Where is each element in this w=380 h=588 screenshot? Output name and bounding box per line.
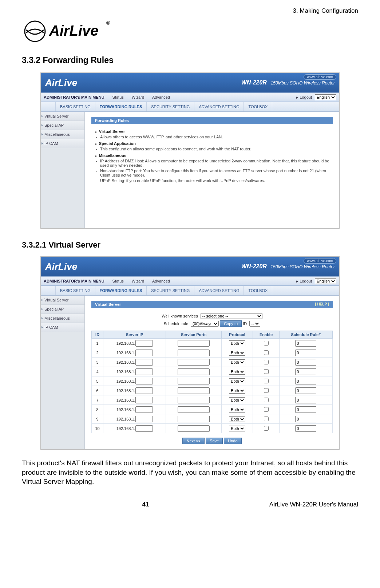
- server-ip-input[interactable]: [135, 387, 153, 394]
- tab-forwarding-rules[interactable]: FORWARDING RULES: [95, 286, 147, 295]
- tab-basic-setting[interactable]: BASIC SETTING: [55, 102, 95, 111]
- schedule-rule-input[interactable]: [295, 340, 316, 347]
- language-select[interactable]: English: [315, 94, 336, 100]
- protocol-select[interactable]: Both: [229, 378, 245, 384]
- menu-wizard[interactable]: Wizard: [132, 279, 144, 283]
- schedule-rule-input[interactable]: [295, 378, 316, 384]
- next-button[interactable]: Next >>: [182, 438, 205, 444]
- enable-checkbox[interactable]: [264, 426, 269, 431]
- menu-status[interactable]: Status: [112, 279, 124, 283]
- protocol-select[interactable]: Both: [229, 340, 245, 346]
- table-row: 8192.168.1.Both: [92, 405, 333, 414]
- enable-checkbox[interactable]: [264, 417, 269, 421]
- server-ip-input[interactable]: [135, 350, 153, 356]
- schedule-rule-input[interactable]: [295, 387, 316, 394]
- sidebar-item-virtual-server[interactable]: Virtual Server: [41, 112, 84, 121]
- schedule-rule-input[interactable]: [295, 350, 316, 356]
- service-port-input[interactable]: [178, 406, 210, 413]
- id-label: ID: [243, 321, 247, 326]
- url-pill: www.airlive.com: [304, 258, 336, 264]
- tab-security-setting[interactable]: SECURITY SETTING: [146, 102, 194, 111]
- protocol-select[interactable]: Both: [229, 407, 245, 413]
- server-ip-input[interactable]: [135, 406, 153, 413]
- help-link[interactable]: [ HELP ]: [315, 302, 329, 307]
- schedule-rule-input[interactable]: [295, 359, 316, 366]
- panel-title: Virtual Server [ HELP ]: [91, 301, 333, 308]
- service-port-input[interactable]: [178, 378, 210, 384]
- well-known-select[interactable]: -- select one --: [201, 313, 262, 319]
- chapter-label: 3. Making Configuration: [22, 7, 358, 15]
- tab-toolbox[interactable]: TOOLBOX: [244, 102, 272, 111]
- table-row: 10192.168.1.Both: [92, 424, 333, 433]
- logout-link[interactable]: ▸ Logout: [296, 279, 312, 284]
- model-text: WN-220R 150Mbps SOHO Wireless Router: [241, 79, 335, 86]
- schedule-rule-select[interactable]: (00)Always: [191, 321, 219, 327]
- server-ip-input[interactable]: [135, 340, 153, 347]
- service-port-input[interactable]: [178, 425, 210, 432]
- schedule-rule-input[interactable]: [295, 397, 316, 403]
- enable-checkbox[interactable]: [264, 341, 269, 346]
- service-port-input[interactable]: [178, 359, 210, 366]
- copy-to-button[interactable]: Copy to: [220, 320, 242, 327]
- sidebar-item-miscellaneous[interactable]: Miscellaneous: [41, 314, 84, 323]
- sidebar-item-special-ap[interactable]: Special AP: [41, 305, 84, 314]
- server-ip-input[interactable]: [135, 397, 153, 403]
- table-row: 4192.168.1.Both: [92, 367, 333, 376]
- service-port-input[interactable]: [178, 416, 210, 422]
- sidebar-item-ip-cam[interactable]: IP CAM: [41, 139, 84, 148]
- protocol-select[interactable]: Both: [229, 388, 245, 394]
- server-ip-input[interactable]: [135, 378, 153, 384]
- tab-advanced-setting[interactable]: ADVANCED SETTING: [194, 102, 244, 111]
- item-sub: This configuration allows some applicati…: [95, 147, 333, 151]
- schedule-rule-input[interactable]: [295, 406, 316, 413]
- service-port-input[interactable]: [178, 350, 210, 356]
- protocol-select[interactable]: Both: [229, 416, 245, 422]
- router-header: www.airlive.com AirLive WN-220R 150Mbps …: [41, 73, 339, 92]
- tab-forwarding-rules[interactable]: FORWARDING RULES: [95, 102, 147, 111]
- server-ip-input[interactable]: [135, 359, 153, 366]
- service-port-input[interactable]: [178, 397, 210, 403]
- menu-wizard[interactable]: Wizard: [132, 95, 144, 99]
- cell-id: 9: [92, 414, 103, 424]
- server-ip-input[interactable]: [135, 368, 153, 375]
- enable-checkbox[interactable]: [264, 407, 269, 412]
- server-ip-input[interactable]: [135, 425, 153, 432]
- tab-security-setting[interactable]: SECURITY SETTING: [146, 286, 194, 295]
- protocol-select[interactable]: Both: [229, 426, 245, 431]
- schedule-rule-label: Schedule rule: [164, 321, 188, 326]
- protocol-select[interactable]: Both: [229, 369, 245, 375]
- sidebar-item-ip-cam[interactable]: IP CAM: [41, 323, 84, 332]
- sidebar-item-virtual-server[interactable]: Virtual Server: [41, 296, 84, 305]
- menu-advanced[interactable]: Advanced: [152, 95, 170, 99]
- schedule-rule-input[interactable]: [295, 416, 316, 422]
- id-select[interactable]: --: [249, 321, 260, 327]
- schedule-rule-input[interactable]: [295, 368, 316, 375]
- tab-basic-setting[interactable]: BASIC SETTING: [55, 286, 95, 295]
- language-select[interactable]: English: [315, 278, 336, 284]
- enable-checkbox[interactable]: [264, 360, 269, 364]
- enable-checkbox[interactable]: [264, 379, 269, 383]
- protocol-select[interactable]: Both: [229, 359, 245, 365]
- service-port-input[interactable]: [178, 387, 210, 394]
- schedule-rule-input[interactable]: [295, 425, 316, 432]
- undo-button[interactable]: Undo: [224, 438, 241, 444]
- sidebar-item-special-ap[interactable]: Special AP: [41, 121, 84, 130]
- tab-toolbox[interactable]: TOOLBOX: [244, 286, 272, 295]
- service-port-input[interactable]: [178, 340, 210, 347]
- cell-id: 6: [92, 386, 103, 395]
- server-ip-input[interactable]: [135, 416, 153, 422]
- enable-checkbox[interactable]: [264, 350, 269, 355]
- logout-link[interactable]: ▸ Logout: [296, 95, 312, 100]
- sidebar-item-miscellaneous[interactable]: Miscellaneous: [41, 130, 84, 139]
- enable-checkbox[interactable]: [264, 369, 269, 374]
- enable-checkbox[interactable]: [264, 398, 269, 402]
- menu-advanced[interactable]: Advanced: [152, 279, 170, 283]
- enable-checkbox[interactable]: [264, 388, 269, 393]
- content-forwarding-rules: Forwarding Rules Virtual ServerAllows ot…: [85, 112, 339, 228]
- protocol-select[interactable]: Both: [229, 397, 245, 403]
- service-port-input[interactable]: [178, 368, 210, 375]
- menu-status[interactable]: Status: [112, 95, 124, 99]
- save-button[interactable]: Save: [206, 438, 223, 444]
- tab-advanced-setting[interactable]: ADVANCED SETTING: [194, 286, 244, 295]
- protocol-select[interactable]: Both: [229, 350, 245, 356]
